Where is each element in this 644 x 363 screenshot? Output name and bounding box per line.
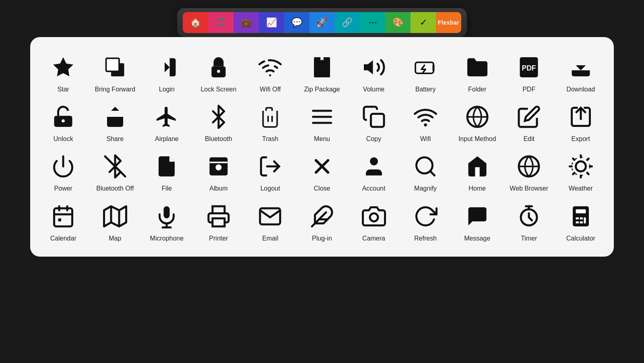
icon-item-lock-screen[interactable]: Lock Screen bbox=[194, 49, 244, 95]
plugin-label: Plug-in bbox=[312, 234, 332, 242]
icon-item-logout[interactable]: Logout bbox=[245, 148, 295, 195]
icon-item-star[interactable]: Star bbox=[38, 49, 89, 95]
email-label: Email bbox=[262, 234, 278, 242]
menu-label: Menu bbox=[314, 135, 330, 143]
trash-label: Trash bbox=[262, 135, 278, 143]
svg-rect-1 bbox=[106, 58, 119, 72]
icon-item-account[interactable]: Account bbox=[349, 148, 399, 195]
logout-label: Logout bbox=[260, 185, 280, 192]
camera-icon bbox=[360, 202, 388, 230]
icon-item-web-browser[interactable]: Web Browser bbox=[504, 148, 554, 195]
touchbar: 🏠🎵💼📈💬🚀🔗⋯🎨✓Flexbar bbox=[183, 12, 461, 33]
icon-item-email[interactable]: Email bbox=[245, 198, 295, 245]
icon-item-input-method[interactable]: Input Method bbox=[452, 99, 502, 145]
icon-item-battery[interactable]: Battery bbox=[400, 49, 451, 95]
touchbar-btn-home[interactable]: 🏠 bbox=[183, 12, 208, 33]
icon-item-bluetooth-off[interactable]: Bluetooth Off bbox=[90, 148, 140, 195]
plugin-icon bbox=[308, 202, 336, 230]
icon-item-volume[interactable]: Volume bbox=[349, 49, 399, 95]
file-icon bbox=[153, 152, 181, 180]
svg-line-33 bbox=[430, 171, 435, 176]
icon-item-edit[interactable]: Edit bbox=[504, 99, 554, 145]
input-method-icon bbox=[463, 103, 491, 131]
touchbar-btn-link[interactable]: 🔗 bbox=[334, 12, 360, 33]
touchbar-btn-apps[interactable]: ⋯ bbox=[360, 12, 385, 33]
icon-item-menu[interactable]: Menu bbox=[297, 99, 347, 145]
touchbar-btn-music[interactable]: 🎵 bbox=[208, 12, 233, 33]
refresh-label: Refresh bbox=[414, 234, 437, 242]
icon-item-weather[interactable]: Weather bbox=[555, 148, 606, 195]
icon-item-bluetooth[interactable]: Bluetooth bbox=[194, 99, 244, 145]
message-icon bbox=[463, 202, 491, 230]
main-panel: StarBring ForwardLoginLock ScreenWifi Of… bbox=[30, 37, 614, 257]
icon-item-copy[interactable]: Copy bbox=[349, 99, 399, 145]
icon-item-microphone[interactable]: Microphone bbox=[142, 198, 192, 245]
microphone-icon bbox=[153, 202, 181, 230]
icon-item-login[interactable]: Login bbox=[142, 49, 192, 95]
icon-item-refresh[interactable]: Refresh bbox=[400, 198, 451, 245]
icon-item-zip-package[interactable]: ZIPZip Package bbox=[297, 49, 347, 95]
icon-item-unlock[interactable]: Unlock bbox=[38, 99, 89, 145]
export-label: Export bbox=[572, 135, 590, 143]
icon-item-plugin[interactable]: Plug-in bbox=[297, 198, 347, 245]
icon-item-download[interactable]: Download bbox=[555, 49, 606, 95]
icon-item-export[interactable]: Export bbox=[555, 99, 606, 145]
icon-item-message[interactable]: Message bbox=[452, 198, 502, 245]
album-label: Album bbox=[209, 185, 227, 192]
calendar-icon bbox=[49, 202, 77, 230]
icon-item-calendar[interactable]: Calendar bbox=[38, 198, 89, 245]
wifi-off-label: Wifi Off bbox=[260, 85, 281, 93]
icon-item-album[interactable]: Album bbox=[194, 148, 244, 195]
icon-item-folder[interactable]: Folder bbox=[452, 49, 502, 95]
icon-item-magnify[interactable]: Magnify bbox=[400, 148, 451, 195]
svg-point-27 bbox=[215, 164, 221, 170]
touchbar-btn-design[interactable]: 🎨 bbox=[385, 12, 411, 33]
touchbar-container: 🏠🎵💼📈💬🚀🔗⋯🎨✓Flexbar bbox=[177, 8, 467, 37]
menu-icon bbox=[308, 103, 336, 131]
svg-text:ZIP: ZIP bbox=[317, 67, 326, 74]
svg-rect-46 bbox=[54, 208, 72, 226]
star-label: Star bbox=[58, 85, 69, 93]
svg-line-39 bbox=[573, 159, 574, 160]
touchbar-btn-chat[interactable]: 💬 bbox=[284, 12, 310, 33]
wifi-off-icon bbox=[256, 53, 284, 81]
timer-icon bbox=[515, 202, 543, 230]
icon-item-timer[interactable]: Timer bbox=[504, 198, 554, 245]
svg-rect-50 bbox=[58, 218, 62, 222]
icon-item-printer[interactable]: Printer bbox=[194, 198, 244, 245]
touchbar-btn-check[interactable]: ✓ bbox=[411, 12, 436, 33]
icon-item-calculator[interactable]: Calculator bbox=[555, 198, 606, 245]
icon-grid: StarBring ForwardLoginLock ScreenWifi Of… bbox=[38, 49, 606, 245]
svg-point-3 bbox=[217, 70, 220, 73]
icon-item-file[interactable]: File bbox=[142, 148, 192, 195]
icon-item-home[interactable]: Home bbox=[452, 148, 502, 195]
file-label: File bbox=[161, 185, 172, 192]
touchbar-btn-work[interactable]: 💼 bbox=[233, 12, 259, 33]
album-icon bbox=[204, 152, 233, 180]
home-label: Home bbox=[469, 185, 486, 192]
map-icon bbox=[101, 202, 129, 230]
icon-item-wifi-off[interactable]: Wifi Off bbox=[245, 49, 295, 95]
svg-rect-69 bbox=[580, 221, 583, 223]
icon-item-map[interactable]: Map bbox=[90, 198, 140, 245]
icon-item-airplane[interactable]: Airplane bbox=[142, 99, 192, 145]
icon-item-camera[interactable]: Camera bbox=[349, 198, 399, 245]
icon-item-power[interactable]: Power bbox=[38, 148, 89, 195]
icon-item-close[interactable]: Close bbox=[297, 148, 347, 195]
svg-rect-54 bbox=[164, 206, 170, 218]
wifi-icon bbox=[411, 103, 440, 131]
download-label: Download bbox=[566, 85, 595, 93]
icon-item-share[interactable]: Share bbox=[90, 99, 140, 145]
icon-item-pdf[interactable]: PDFPDF bbox=[504, 49, 554, 95]
icon-item-bring-forward[interactable]: Bring Forward bbox=[90, 49, 140, 95]
touchbar-btn-stats[interactable]: 📈 bbox=[259, 12, 284, 33]
icon-item-trash[interactable]: Trash bbox=[245, 99, 295, 145]
touchbar-btn-launch[interactable]: 🚀 bbox=[310, 12, 335, 33]
touchbar-btn-Flexbar[interactable]: Flexbar bbox=[436, 12, 461, 33]
power-icon bbox=[49, 152, 77, 180]
logout-icon bbox=[256, 152, 284, 180]
wifi-label: Wifi bbox=[420, 135, 431, 143]
folder-label: Folder bbox=[468, 85, 486, 93]
login-icon bbox=[153, 53, 181, 81]
icon-item-wifi[interactable]: Wifi bbox=[400, 99, 451, 145]
